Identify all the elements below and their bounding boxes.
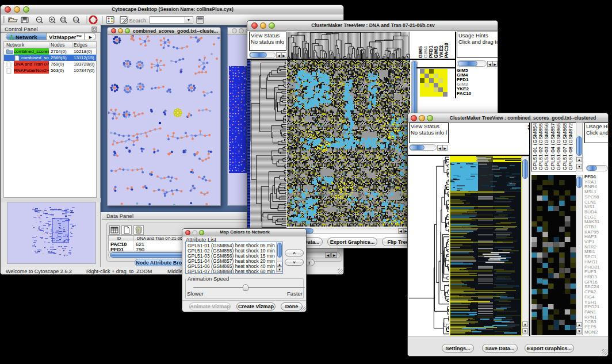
svg-text:GPL51-03 (GSM856): GPL51-03 (GSM856) — [544, 123, 549, 170]
svg-text:GPL51-08 (GSM872): GPL51-08 (GSM872) — [568, 123, 573, 170]
svg-text:1:1: 1:1 — [74, 18, 78, 21]
svg-text:GPL51-02 (GSM855): GPL51-02 (GSM855) — [538, 123, 544, 170]
svg-text:PAC10: PAC10 — [443, 43, 449, 58]
svg-text:GPL51-07 (GSM868): GPL51-07 (GSM868) — [562, 123, 568, 170]
svg-text:GPL51-06 (GSM865): GPL51-06 (GSM865) — [556, 123, 561, 170]
svg-text:GPL51-04 (GSM857): GPL51-04 (GSM857) — [550, 123, 556, 170]
svg-text:GPL51-01 (GSM854): GPL51-01 (GSM854) — [532, 123, 538, 170]
